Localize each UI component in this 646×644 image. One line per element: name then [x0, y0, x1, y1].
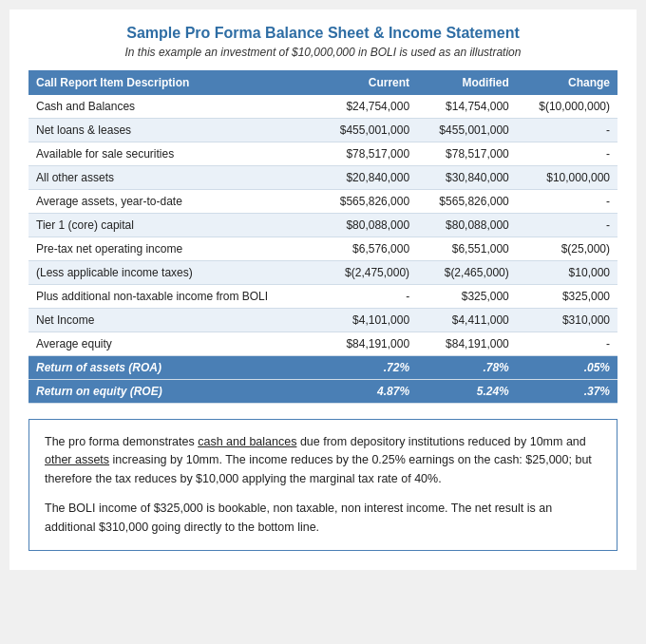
table-cell: $80,088,000	[417, 214, 517, 237]
table-row: Pre-tax net operating income$6,576,000$6…	[28, 237, 618, 261]
table-cell: Pre-tax net operating income	[28, 237, 317, 261]
table-cell: $84,191,000	[417, 332, 517, 356]
table-row-highlight: Return on equity (ROE)4.87%5.24%.37%	[28, 380, 618, 404]
description-link-cash: cash and balances	[198, 435, 296, 448]
table-cell: $565,826,000	[417, 190, 517, 214]
page-subtitle: In this example an investment of $10,000…	[28, 46, 618, 59]
table-cell-highlight: Return on equity (ROE)	[28, 380, 317, 404]
description-box: The pro forma demonstrates cash and bala…	[28, 419, 618, 551]
description-para1-post: increasing by 10mm. The income reduces b…	[45, 453, 592, 484]
col-header-change: Change	[517, 70, 618, 95]
table-row: Plus additional non-taxable income from …	[28, 285, 618, 309]
table-cell: -	[517, 214, 618, 237]
table-cell: All other assets	[28, 166, 317, 190]
table-cell: $6,576,000	[317, 237, 417, 261]
table-cell: $310,000	[517, 309, 618, 332]
table-cell: $78,517,000	[317, 142, 417, 166]
table-cell: $455,001,000	[417, 119, 517, 142]
table-row: Average assets, year-to-date$565,826,000…	[28, 190, 618, 214]
table-cell: $10,000,000	[517, 166, 618, 190]
table-cell: $4,411,000	[417, 309, 517, 332]
table-cell: -	[317, 285, 417, 309]
table-row: Available for sale securities$78,517,000…	[28, 142, 618, 166]
table-cell: $24,754,000	[317, 95, 417, 119]
table-cell: $20,840,000	[317, 166, 417, 190]
table-cell: -	[517, 332, 618, 356]
table-cell: Net Income	[28, 309, 317, 332]
table-cell: $455,001,000	[317, 119, 417, 142]
table-row: Tier 1 (core) capital$80,088,000$80,088,…	[28, 214, 618, 237]
table-cell: Net loans & leases	[28, 119, 317, 142]
table-row-highlight: Return of assets (ROA).72%.78%.05%	[28, 356, 618, 380]
description-link-assets: other assets	[45, 453, 109, 466]
table-cell: $565,826,000	[317, 190, 417, 214]
table-cell: $80,088,000	[317, 214, 417, 237]
table-cell: Available for sale securities	[28, 142, 317, 166]
col-header-description: Call Report Item Description	[28, 70, 317, 95]
table-cell: $(25,000)	[517, 237, 618, 261]
table-cell-highlight: 4.87%	[317, 380, 417, 404]
table-row: Net loans & leases$455,001,000$455,001,0…	[28, 119, 618, 142]
table-row: Net Income$4,101,000$4,411,000$310,000	[28, 309, 618, 332]
table-cell: $14,754,000	[417, 95, 517, 119]
table-cell-highlight: .05%	[517, 356, 618, 380]
col-header-current: Current	[317, 70, 417, 95]
table-cell: Cash and Balances	[28, 95, 317, 119]
table-cell: -	[517, 119, 618, 142]
table-cell: (Less applicable income taxes)	[28, 261, 317, 285]
table-cell: Average equity	[28, 332, 317, 356]
table-cell-highlight: .78%	[417, 356, 517, 380]
table-cell: $(2,465,000)	[417, 261, 517, 285]
table-cell: Tier 1 (core) capital	[28, 214, 317, 237]
table-cell-highlight: .37%	[517, 380, 618, 404]
balance-sheet-table: Call Report Item Description Current Mod…	[28, 70, 618, 404]
table-row: (Less applicable income taxes)$(2,475,00…	[28, 261, 618, 285]
table-cell: $10,000	[517, 261, 618, 285]
table-row: All other assets$20,840,000$30,840,000$1…	[28, 166, 618, 190]
table-cell: -	[517, 190, 618, 214]
table-cell: Plus additional non-taxable income from …	[28, 285, 317, 309]
table-row: Average equity$84,191,000$84,191,000-	[28, 332, 618, 356]
description-para1: The pro forma demonstrates cash and bala…	[45, 433, 601, 488]
page: Sample Pro Forma Balance Sheet & Income …	[10, 9, 636, 570]
description-para1-mid: due from depository institutions reduced…	[296, 435, 585, 448]
table-cell-highlight: Return of assets (ROA)	[28, 356, 317, 380]
table-cell: $(10,000,000)	[517, 95, 618, 119]
table-cell: $325,000	[417, 285, 517, 309]
table-cell: $84,191,000	[317, 332, 417, 356]
description-para1-pre: The pro forma demonstrates	[45, 435, 198, 448]
table-cell: $(2,475,000)	[317, 261, 417, 285]
table-cell: $4,101,000	[317, 309, 417, 332]
table-cell: $30,840,000	[417, 166, 517, 190]
table-cell: $6,551,000	[417, 237, 517, 261]
table-cell: -	[517, 142, 618, 166]
page-title: Sample Pro Forma Balance Sheet & Income …	[28, 25, 618, 42]
table-cell-highlight: .72%	[317, 356, 417, 380]
table-cell: Average assets, year-to-date	[28, 190, 317, 214]
table-cell: $78,517,000	[417, 142, 517, 166]
description-para2: The BOLI income of $325,000 is bookable,…	[45, 500, 601, 537]
table-cell-highlight: 5.24%	[417, 380, 517, 404]
table-cell: $325,000	[517, 285, 618, 309]
table-row: Cash and Balances$24,754,000$14,754,000$…	[28, 95, 618, 119]
col-header-modified: Modified	[417, 70, 517, 95]
